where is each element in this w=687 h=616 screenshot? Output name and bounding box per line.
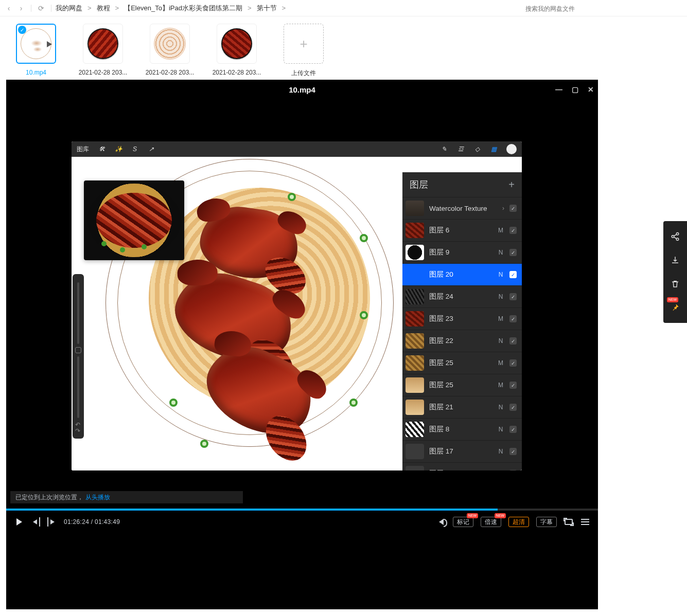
color-swatch[interactable]	[506, 144, 517, 154]
procreate-toolbar: 图库 🛠 ✨ S ↗ ✎ ☲ ◇ ▦	[72, 141, 522, 157]
refresh-icon[interactable]: ⟳	[36, 3, 47, 14]
new-badge: NEW	[467, 513, 478, 518]
crumb-2[interactable]: 【Eleven_To】iPad水彩美食团练第二期	[124, 4, 242, 13]
file-item-image[interactable]: 2021-02-28 203...	[144, 24, 196, 78]
svg-point-0	[676, 233, 679, 235]
search-input[interactable]	[525, 3, 680, 14]
layer-row[interactable]: 图层 21N✓	[402, 396, 522, 418]
file-name: 2021-02-28 203...	[211, 69, 262, 76]
file-item-video[interactable]: ✓ 10.mp4	[10, 24, 62, 78]
blend-mode[interactable]: N	[497, 426, 504, 433]
subtitle-button[interactable]: 字幕	[536, 517, 557, 527]
minimize-icon[interactable]: —	[555, 85, 562, 94]
crumb-3[interactable]: 第十节	[257, 4, 277, 13]
opacity-slider[interactable]	[77, 356, 79, 418]
smudge-icon[interactable]: ☲	[457, 146, 464, 153]
layers-icon[interactable]: ▦	[490, 146, 497, 153]
side-toolbar: NEW	[663, 221, 687, 323]
visibility-checkbox[interactable]: ✓	[509, 359, 517, 367]
modifier-button[interactable]	[75, 347, 81, 353]
size-slider[interactable]	[77, 282, 79, 344]
visibility-checkbox[interactable]: ✓	[509, 271, 517, 278]
visibility-checkbox[interactable]: ✓	[509, 382, 517, 389]
gallery-button[interactable]: 图库	[77, 145, 89, 154]
file-item-image[interactable]: 2021-02-28 203...	[211, 24, 262, 78]
layer-row[interactable]: 图层 22N✓	[402, 330, 522, 352]
layer-row[interactable]: 图层 25M✓	[402, 352, 522, 374]
canvas: ↶ ↷ 图层 + Watercolor Texture›✓图层 6M✓图层 9N…	[72, 157, 522, 470]
visibility-checkbox[interactable]: ✓	[509, 337, 517, 345]
speed-button[interactable]: 倍速NEW	[481, 517, 501, 527]
layer-row[interactable]: 图层 17N✓	[402, 440, 522, 462]
blend-mode[interactable]: M	[497, 470, 504, 470]
maximize-icon[interactable]: ▢	[572, 85, 578, 94]
blend-mode[interactable]: N	[497, 337, 504, 345]
brush-icon[interactable]: ✎	[441, 146, 448, 153]
volume-icon[interactable]	[436, 517, 446, 527]
scallion-icon	[360, 234, 368, 242]
play-from-start-link[interactable]: 从头播放	[85, 493, 110, 502]
reference-photo[interactable]	[84, 180, 184, 260]
wrench-icon[interactable]: 🛠	[98, 146, 105, 153]
quality-button[interactable]: 超清	[508, 517, 529, 527]
add-layer-icon[interactable]: +	[508, 179, 515, 191]
close-icon[interactable]: ✕	[588, 85, 594, 94]
playlist-icon[interactable]	[580, 517, 590, 527]
layer-row[interactable]: 图层 23M✓	[402, 307, 522, 330]
blend-mode[interactable]: N	[497, 448, 504, 455]
layer-row[interactable]: 图层 6M✓	[402, 219, 522, 241]
chevron-right-icon[interactable]: ›	[502, 205, 504, 212]
blend-mode[interactable]: N	[497, 404, 504, 411]
trash-icon[interactable]	[670, 279, 680, 289]
crumb-1[interactable]: 教程	[97, 4, 110, 13]
layer-row[interactable]: 图层 24N✓	[402, 285, 522, 307]
pin-icon[interactable]: NEW	[670, 302, 680, 313]
blend-mode[interactable]: M	[497, 382, 504, 389]
check-icon: ✓	[18, 26, 26, 34]
play-button[interactable]	[14, 517, 24, 527]
selection-icon[interactable]: S	[131, 146, 138, 153]
layer-row[interactable]: 图层 19M✓	[402, 462, 522, 470]
adjust-icon[interactable]: ✨	[115, 146, 122, 153]
nav-back-icon[interactable]: ‹	[3, 3, 14, 14]
blend-mode[interactable]: N	[497, 249, 504, 256]
mark-button[interactable]: 标记NEW	[453, 517, 473, 527]
share-icon[interactable]	[670, 231, 680, 242]
scallion-icon	[200, 440, 208, 448]
visibility-checkbox[interactable]: ✓	[509, 448, 517, 455]
blend-mode[interactable]: M	[497, 315, 504, 322]
visibility-checkbox[interactable]: ✓	[509, 315, 517, 322]
blend-mode[interactable]: M	[497, 227, 504, 234]
visibility-checkbox[interactable]: ✓	[509, 470, 517, 470]
upload-button[interactable]: + 上传文件	[278, 24, 329, 78]
file-item-image[interactable]: 2021-02-28 203...	[77, 24, 129, 78]
nav-fwd-icon[interactable]: ›	[15, 3, 27, 14]
visibility-checkbox[interactable]: ✓	[509, 293, 517, 300]
layer-row[interactable]: 图层 25M✓	[402, 374, 522, 396]
layer-row[interactable]: 图层 20N✓	[402, 263, 522, 285]
svg-point-2	[676, 238, 679, 241]
download-icon[interactable]	[670, 255, 680, 265]
eraser-icon[interactable]: ◇	[473, 146, 481, 153]
visibility-checkbox[interactable]: ✓	[509, 404, 517, 411]
prev-button[interactable]	[31, 517, 40, 527]
move-icon[interactable]: ↗	[148, 146, 155, 153]
layer-thumb	[406, 223, 424, 238]
visibility-checkbox[interactable]: ✓	[509, 205, 517, 212]
visibility-checkbox[interactable]: ✓	[509, 426, 517, 433]
visibility-checkbox[interactable]: ✓	[509, 227, 517, 234]
layer-row[interactable]: Watercolor Texture›✓	[402, 197, 522, 219]
layer-row[interactable]: 图层 9N✓	[402, 241, 522, 263]
layer-name: 图层 17	[429, 447, 492, 456]
blend-mode[interactable]: M	[497, 359, 504, 367]
redo-icon[interactable]: ↷	[75, 427, 81, 433]
next-button[interactable]	[47, 517, 57, 527]
crumb-root[interactable]: 我的网盘	[56, 4, 82, 13]
blend-mode[interactable]: N	[497, 293, 504, 300]
layer-row[interactable]: 图层 8N✓	[402, 418, 522, 440]
visibility-checkbox[interactable]: ✓	[509, 249, 517, 256]
undo-icon[interactable]: ↶	[75, 421, 81, 427]
breadcrumb: 我的网盘 > 教程 > 【Eleven_To】iPad水彩美食团练第二期 > 第…	[56, 4, 289, 13]
blend-mode[interactable]: N	[497, 271, 504, 278]
fullscreen-icon[interactable]	[564, 517, 573, 527]
